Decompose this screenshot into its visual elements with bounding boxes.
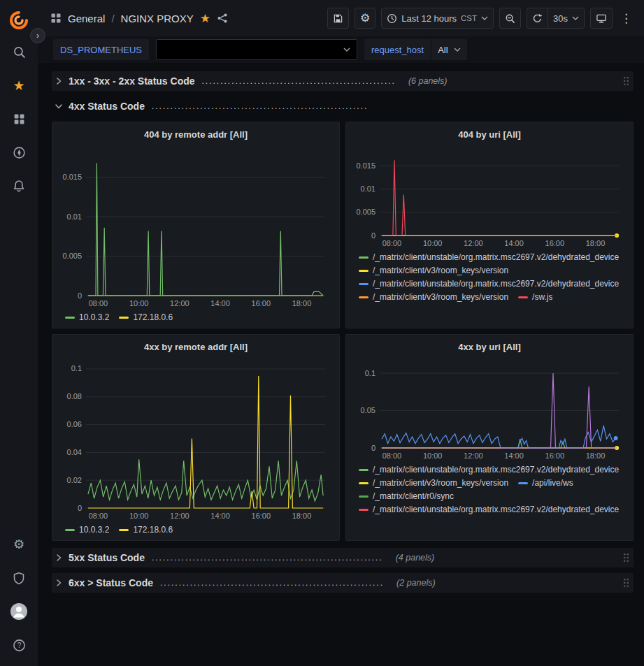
legend-item[interactable]: /_matrix/client/unstable/org.matrix.msc2…	[359, 465, 619, 475]
sidebar-item-configuration[interactable]: ⚙	[0, 528, 38, 561]
sidebar-item-help[interactable]: ?	[0, 628, 38, 662]
legend-label: 172.18.0.6	[133, 312, 173, 322]
legend-item[interactable]: 10.0.3.2	[65, 312, 109, 322]
legend-item[interactable]: 172.18.0.6	[119, 312, 173, 322]
legend-item[interactable]: /api/live/ws	[518, 478, 573, 488]
request-host-variable: request_host All	[364, 39, 467, 60]
row-6xx[interactable]: 6xx > Status Code ......................…	[52, 573, 634, 593]
legend-item[interactable]: /_matrix/client/unstable/org.matrix.msc2…	[359, 252, 619, 262]
favorite-star-icon[interactable]: ★	[200, 13, 210, 24]
chevron-down-icon	[454, 48, 461, 52]
legend-item[interactable]: /_matrix/client/unstable/org.matrix.msc2…	[359, 279, 619, 289]
svg-text:18:00: 18:00	[292, 512, 312, 520]
legend-label: /api/live/ws	[532, 478, 573, 488]
panel-title[interactable]: 404 by remote addr [All]	[59, 126, 332, 144]
legend-label: 10.0.3.2	[79, 312, 109, 322]
zoom-out-button[interactable]	[499, 8, 521, 29]
breadcrumb-separator: /	[111, 13, 114, 24]
row-title: 1xx - 3xx - 2xx Status Code	[69, 75, 195, 87]
apps-grid-icon	[50, 13, 62, 24]
sidebar-item-profile[interactable]	[0, 595, 38, 628]
panel-title[interactable]: 4xx by uri [All]	[353, 338, 626, 356]
zoom-out-icon	[505, 13, 515, 24]
legend-swatch	[359, 296, 368, 298]
row-panel-count: (4 panels)	[396, 553, 435, 563]
refresh-icon	[532, 13, 543, 24]
svg-text:12:00: 12:00	[464, 451, 483, 460]
legend-item[interactable]: /_matrix/client/unstable/org.matrix.msc2…	[359, 505, 619, 514]
svg-text:08:00: 08:00	[382, 451, 402, 460]
legend-item[interactable]: 172.18.0.6	[119, 525, 173, 535]
tv-mode-button[interactable]	[590, 8, 613, 29]
breadcrumb-section[interactable]: General	[68, 13, 105, 24]
row-5xx[interactable]: 5xx Status Code ........................…	[52, 548, 634, 567]
legend-item[interactable]: /_matrix/client/v3/room_keys/version	[359, 292, 508, 302]
sidebar-item-dashboards[interactable]	[0, 102, 38, 136]
chevron-down-icon	[572, 16, 579, 20]
toolbar-actions: ⚙ Last 12 hours CST	[327, 8, 634, 29]
legend-swatch	[359, 469, 368, 471]
sidebar: › ★	[0, 0, 38, 666]
sidebar-expand-button[interactable]: ›	[30, 28, 45, 43]
row-drag-handle[interactable]	[623, 578, 629, 588]
legend-swatch	[359, 283, 368, 285]
legend-item[interactable]: /sw.js	[518, 292, 552, 302]
sidebar-item-alerting[interactable]	[0, 169, 38, 203]
svg-text:16:00: 16:00	[545, 239, 565, 247]
save-dashboard-button[interactable]	[327, 8, 349, 29]
row-title: 4xx Status Code	[69, 101, 145, 112]
svg-text:0.005: 0.005	[356, 208, 375, 216]
row-1xx-3xx-2xx[interactable]: 1xx - 3xx - 2xx Status Code ............…	[52, 71, 634, 91]
svg-text:08:00: 08:00	[89, 512, 108, 520]
legend-label: /_matrix/client/unstable/org.matrix.msc2…	[373, 505, 619, 514]
request-host-dropdown[interactable]: All	[431, 39, 466, 60]
legend-item[interactable]: /_matrix/client/v3/room_keys/version	[359, 266, 508, 275]
help-icon: ?	[13, 639, 26, 652]
refresh-button[interactable]	[527, 8, 548, 29]
row-4xx[interactable]: 4xx Status Code ........................…	[52, 96, 634, 116]
variable-label-request-host: request_host	[364, 39, 431, 60]
request-host-value: All	[438, 45, 448, 55]
panel-404-by-uri: 404 by uri [All] 00.0050.010.01508:0010:…	[345, 122, 634, 328]
kebab-menu-icon[interactable]: ⋮	[618, 11, 634, 26]
legend: /_matrix/client/unstable/org.matrix.msc2…	[353, 249, 626, 303]
timeseries-chart: 00.0050.010.01508:0010:0012:0014:0016:00…	[353, 144, 626, 249]
row-leader-dots: ........................................…	[202, 76, 396, 86]
panel-title[interactable]: 404 by uri [All]	[353, 126, 626, 144]
row-drag-handle[interactable]	[623, 76, 629, 86]
row-drag-handle[interactable]	[623, 553, 629, 563]
legend-label: /sw.js	[532, 292, 552, 302]
svg-text:12:00: 12:00	[464, 239, 483, 247]
timeseries-chart: 00.050.108:0010:0012:0014:0016:0018:00	[353, 356, 626, 461]
monitor-icon	[596, 13, 607, 24]
variables-bar: DS_PROMETHEUS request_host All	[38, 36, 644, 63]
legend-label: /_matrix/client/unstable/org.matrix.msc2…	[373, 252, 619, 262]
svg-text:18:00: 18:00	[586, 239, 606, 247]
gear-icon: ⚙	[13, 537, 24, 552]
sidebar-item-starred[interactable]: ★	[0, 68, 38, 102]
panel-title[interactable]: 4xx by remote addr [All]	[59, 338, 332, 356]
legend-swatch	[65, 529, 75, 531]
legend: /_matrix/client/unstable/org.matrix.msc2…	[353, 461, 626, 516]
sidebar-item-explore[interactable]	[0, 136, 38, 169]
timeseries-chart: 00.020.040.060.080.108:0010:0012:0014:00…	[59, 356, 332, 521]
legend-label: 172.18.0.6	[133, 525, 173, 535]
breadcrumb-title[interactable]: NGINX PROXY	[121, 13, 194, 24]
dashboard-settings-button[interactable]: ⚙	[355, 8, 375, 29]
share-icon[interactable]	[217, 13, 228, 24]
sidebar-item-server-admin[interactable]	[0, 561, 38, 595]
refresh-interval-dropdown[interactable]: 30s	[548, 8, 585, 29]
panel-4xx-by-remote-addr: 4xx by remote addr [All] 00.020.040.060.…	[52, 334, 340, 541]
legend-item[interactable]: /_matrix/client/r0/sync	[359, 491, 454, 501]
svg-text:0.08: 0.08	[67, 392, 82, 400]
legend-swatch	[359, 495, 368, 498]
star-icon: ★	[13, 79, 24, 92]
legend-label: 10.0.3.2	[79, 525, 109, 535]
legend-label: /_matrix/client/v3/room_keys/version	[373, 292, 508, 302]
datasource-dropdown[interactable]	[156, 39, 357, 60]
time-range-picker[interactable]: Last 12 hours CST	[381, 8, 494, 29]
legend-item[interactable]: /_matrix/client/v3/room_keys/version	[359, 478, 508, 488]
dashboards-grid-icon	[13, 113, 25, 125]
legend-swatch	[518, 482, 528, 484]
legend-item[interactable]: 10.0.3.2	[65, 525, 109, 535]
